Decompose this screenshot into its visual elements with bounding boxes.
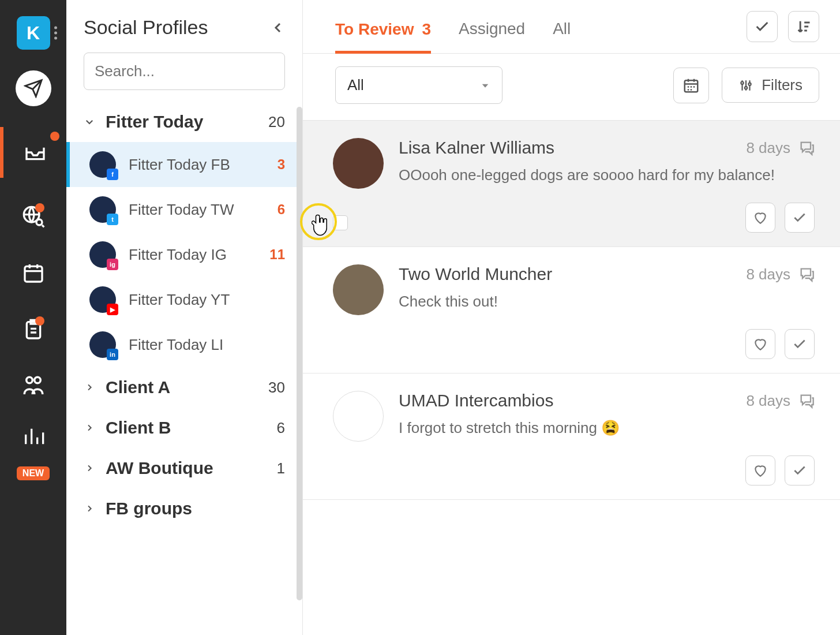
check-icon xyxy=(792,337,807,352)
profile-item[interactable]: in Fitter Today LI xyxy=(66,322,302,367)
like-button[interactable] xyxy=(745,455,775,485)
sidebar-scrollbar[interactable] xyxy=(297,107,302,600)
profile-item[interactable]: ig Fitter Today IG 11 xyxy=(66,232,302,277)
profile-name: Fitter Today TW xyxy=(129,201,265,219)
chevron-right-icon xyxy=(85,383,94,392)
tab-label: All xyxy=(553,20,571,38)
analytics-nav[interactable] xyxy=(16,425,51,448)
profile-group[interactable]: FB groups xyxy=(66,488,302,529)
heart-icon xyxy=(753,210,768,225)
new-badge: NEW xyxy=(17,466,50,480)
profile-group[interactable]: Client B 6 xyxy=(66,408,302,448)
chart-icon xyxy=(22,425,45,448)
mark-reviewed-button[interactable] xyxy=(785,329,815,359)
profiles-sidebar: Social Profiles Fitter Today 20 f Fitter… xyxy=(66,0,302,635)
type-dropdown[interactable]: All xyxy=(335,66,502,104)
tab-label: Assigned xyxy=(459,20,525,38)
message-feed: Lisa Kalner Williams 8 days OOooh one-le… xyxy=(303,121,840,635)
comments-icon xyxy=(798,393,815,409)
instagram-badge-icon: ig xyxy=(107,259,118,270)
inbox-nav[interactable] xyxy=(0,127,66,178)
notification-dot xyxy=(35,316,44,326)
user-avatar xyxy=(333,138,384,189)
twitter-badge-icon: t xyxy=(107,214,118,225)
paper-plane-icon xyxy=(24,79,43,98)
profile-item[interactable]: t Fitter Today TW 6 xyxy=(66,187,302,232)
profile-item[interactable]: f Fitter Today FB 3 xyxy=(66,142,302,187)
team-icon xyxy=(21,374,46,398)
profile-group-fitter-today[interactable]: Fitter Today 20 xyxy=(66,102,302,142)
svg-point-4 xyxy=(26,377,32,383)
mark-reviewed-button[interactable] xyxy=(785,203,815,233)
profile-count: 3 xyxy=(278,156,285,173)
facebook-badge-icon: f xyxy=(107,169,118,180)
user-avatar xyxy=(333,391,384,442)
brand-letter: K xyxy=(27,23,40,44)
message-text: OOooh one-legged dogs are soooo hard for… xyxy=(399,165,815,186)
filters-row: All Filters xyxy=(303,54,840,121)
brand-badge[interactable]: K xyxy=(17,16,50,50)
like-button[interactable] xyxy=(745,203,775,233)
tab-label: To Review xyxy=(335,20,414,39)
mark-reviewed-button[interactable] xyxy=(785,455,815,485)
compose-button[interactable] xyxy=(16,70,51,106)
profile-name: Fitter Today FB xyxy=(129,156,265,174)
linkedin-badge-icon: in xyxy=(107,349,118,360)
group-count: 20 xyxy=(268,113,285,131)
mark-all-reviewed-button[interactable] xyxy=(747,11,778,42)
svg-point-1 xyxy=(36,219,42,225)
profile-name: Fitter Today YT xyxy=(129,291,272,309)
dropdown-value: All xyxy=(347,76,364,94)
team-nav[interactable] xyxy=(16,368,51,404)
group-count: 1 xyxy=(277,460,285,477)
profile-group[interactable]: Client A 30 xyxy=(66,367,302,408)
left-nav-rail: K NEW xyxy=(0,0,66,635)
sidebar-title: Social Profiles xyxy=(84,16,208,39)
user-name: Lisa Kalner Williams xyxy=(399,138,554,158)
content-pane: To Review 3 Assigned All All xyxy=(302,0,840,635)
caret-down-icon xyxy=(480,80,490,91)
check-icon xyxy=(754,18,770,35)
profile-count: 6 xyxy=(278,201,285,218)
profile-item[interactable]: ▶ Fitter Today YT xyxy=(66,277,302,322)
select-checkbox[interactable] xyxy=(333,215,348,230)
chevron-right-icon xyxy=(85,504,94,513)
group-name: Client B xyxy=(106,418,267,438)
message-card[interactable]: UMAD Intercambios 8 days I forgot to str… xyxy=(303,373,840,500)
profile-name: Fitter Today LI xyxy=(129,336,272,354)
tab-assigned[interactable]: Assigned xyxy=(459,10,525,53)
comments-icon xyxy=(798,266,815,282)
group-count: 6 xyxy=(277,419,285,437)
message-age: 8 days xyxy=(746,266,790,283)
group-name: FB groups xyxy=(106,499,275,518)
profile-group[interactable]: AW Boutique 1 xyxy=(66,448,302,488)
svg-point-5 xyxy=(34,377,40,383)
profile-avatar: f xyxy=(89,151,116,178)
heart-icon xyxy=(753,337,768,352)
collapse-sidebar-button[interactable] xyxy=(271,21,285,35)
chevron-down-icon xyxy=(84,117,95,127)
calendar-grid-icon xyxy=(682,77,700,94)
more-menu-icon[interactable] xyxy=(54,27,57,40)
notification-dot xyxy=(35,203,44,212)
search-input[interactable] xyxy=(84,53,285,90)
check-icon xyxy=(792,210,807,225)
discover-nav[interactable] xyxy=(16,199,51,234)
sort-button[interactable] xyxy=(788,11,819,42)
tasks-nav[interactable] xyxy=(16,312,51,348)
user-avatar xyxy=(333,264,384,315)
chevron-left-icon xyxy=(271,21,285,35)
group-name: Fitter Today xyxy=(106,112,258,132)
filters-button[interactable]: Filters xyxy=(722,68,819,103)
tab-all[interactable]: All xyxy=(553,10,571,53)
svg-point-9 xyxy=(749,83,751,85)
message-card[interactable]: Two World Muncher 8 days Check this out! xyxy=(303,247,840,373)
tab-to-review[interactable]: To Review 3 xyxy=(335,11,431,54)
like-button[interactable] xyxy=(745,329,775,359)
date-picker-button[interactable] xyxy=(673,68,709,103)
calendar-nav[interactable] xyxy=(16,255,51,291)
message-card[interactable]: Lisa Kalner Williams 8 days OOooh one-le… xyxy=(303,121,840,247)
message-text: I forgot to stretch this morning 😫 xyxy=(399,417,815,439)
notification-dot xyxy=(50,132,59,141)
chevron-right-icon xyxy=(85,464,94,473)
